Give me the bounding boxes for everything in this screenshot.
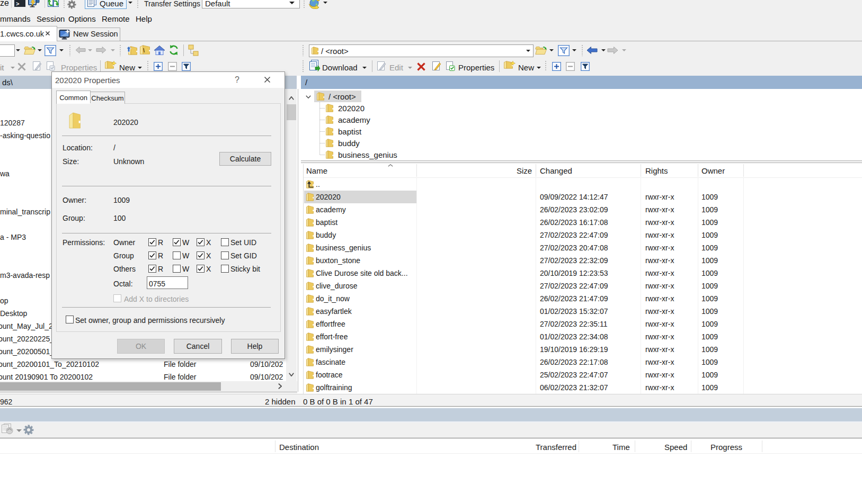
svg-text:>: > [16,1,19,7]
svg-text:\: \ [143,47,145,53]
